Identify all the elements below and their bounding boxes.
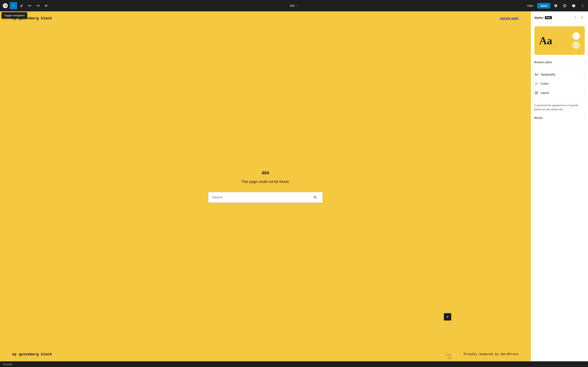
page-content: 404 This page could not be found. <box>0 25 531 347</box>
toolbar-center: 404 <box>288 3 300 8</box>
colors-label: Colors <box>540 82 549 85</box>
main-area: my gutenberg block sample page 404 This … <box>0 11 588 361</box>
style-preview[interactable]: Aa <box>534 26 585 55</box>
svg-rect-3 <box>536 93 537 94</box>
nav-link[interactable]: sample page <box>500 17 519 20</box>
typography-left: Aa Typography <box>534 72 555 76</box>
list-view-button[interactable] <box>43 2 50 9</box>
search-icon <box>313 195 317 200</box>
toolbar-left: + <box>2 2 50 9</box>
chevron-down-icon <box>296 4 298 7</box>
search-input[interactable] <box>208 192 308 203</box>
view-button[interactable]: View <box>525 3 536 8</box>
page-title-label: 404 <box>290 4 294 7</box>
style-toggle-button[interactable] <box>561 2 568 9</box>
error-code: 404 <box>262 170 269 175</box>
undo-icon <box>28 4 31 7</box>
typography-icon: Aa <box>534 72 538 76</box>
undo-button[interactable] <box>26 2 34 9</box>
add-block-floating-button[interactable]: + <box>444 313 451 320</box>
colors-icon <box>534 82 538 86</box>
settings-button[interactable] <box>552 2 559 9</box>
divider-2 <box>531 99 588 99</box>
help-button[interactable] <box>570 2 577 9</box>
typography-item[interactable]: Aa Typography › <box>531 70 588 79</box>
list-view-icon <box>44 4 48 7</box>
edit-icon <box>20 4 23 7</box>
browse-styles-item[interactable]: Browse styles › <box>531 58 588 67</box>
panel-title: Styles <box>534 16 543 19</box>
styles-panel: Styles Beta Aa Browse styles <box>531 11 588 361</box>
toolbar: + 404 View Save <box>0 0 588 11</box>
layout-left: Layout <box>534 91 549 95</box>
svg-rect-1 <box>536 92 537 92</box>
typography-chevron: › <box>584 73 585 76</box>
search-row <box>208 192 323 203</box>
error-message: This page could not be found. <box>241 180 290 184</box>
droplet-icon <box>535 82 538 85</box>
page-title-button[interactable]: 404 <box>288 3 300 8</box>
browse-styles-chevron: › <box>584 60 585 64</box>
blocks-chevron: › <box>584 116 585 119</box>
toolbar-right: View Save <box>525 2 586 9</box>
beta-badge: Beta <box>545 16 552 19</box>
redo-button[interactable] <box>34 2 42 9</box>
coordinates-display: 1,436 730 <box>445 353 451 360</box>
more-icon <box>574 16 577 19</box>
preview-circles <box>572 33 580 49</box>
close-icon <box>580 16 583 19</box>
save-button[interactable]: Save <box>537 3 550 8</box>
colors-item[interactable]: Colors › <box>531 79 588 88</box>
panel-header-icons <box>572 15 585 20</box>
customize-description: Customize the appearance of specific blo… <box>531 101 588 114</box>
panel-header: Styles Beta <box>531 11 588 23</box>
status-label: Template <box>2 363 12 366</box>
more-options-icon <box>581 4 585 8</box>
footer-credit: Proudly powered by WordPress <box>464 352 519 356</box>
panel-more-button[interactable] <box>572 15 578 20</box>
search-button[interactable] <box>308 192 323 203</box>
wp-logo-button[interactable] <box>2 2 9 9</box>
svg-rect-2 <box>535 93 536 94</box>
edit-button[interactable] <box>18 2 25 9</box>
footer-title: my gutenberg block <box>12 352 52 356</box>
help-icon <box>572 4 576 8</box>
page-canvas: my gutenberg block sample page 404 This … <box>0 11 531 361</box>
more-options-button[interactable] <box>579 2 586 9</box>
preview-typography: Aa <box>539 35 552 47</box>
colors-chevron: › <box>584 82 585 85</box>
coord-y: 730 <box>448 357 451 359</box>
layout-item[interactable]: Layout › <box>531 88 588 98</box>
site-nav: sample page <box>500 17 519 20</box>
blocks-item[interactable]: Blocks › <box>531 114 588 122</box>
settings-icon <box>554 4 558 8</box>
browse-styles-label: Browse styles <box>534 60 552 64</box>
browse-styles-left: Browse styles <box>534 60 552 64</box>
style-icon <box>563 4 567 8</box>
preview-circle-1 <box>572 33 580 40</box>
site-header: my gutenberg block sample page <box>0 11 531 25</box>
blocks-label: Blocks <box>534 116 543 119</box>
panel-close-button[interactable] <box>579 15 585 20</box>
layout-chevron: › <box>584 91 585 94</box>
panel-title-row: Styles Beta <box>534 16 552 19</box>
add-block-button[interactable]: + <box>10 2 17 9</box>
preview-circle-2 <box>572 42 580 49</box>
coord-x: 1,436 <box>445 354 451 356</box>
typography-label: Typography <box>540 73 555 76</box>
canvas-area: my gutenberg block sample page 404 This … <box>0 11 531 361</box>
wp-logo-icon <box>3 3 8 8</box>
layout-label: Layout <box>540 91 549 94</box>
layout-grid-icon <box>535 91 538 94</box>
status-bar: Template <box>0 361 588 367</box>
layout-icon <box>534 91 538 95</box>
colors-left: Colors <box>534 82 549 86</box>
redo-icon <box>36 4 40 7</box>
toggle-nav-tooltip: Toggle navigation <box>2 12 27 18</box>
site-footer: my gutenberg block Proudly powered by Wo… <box>0 347 531 361</box>
svg-rect-0 <box>535 92 536 92</box>
